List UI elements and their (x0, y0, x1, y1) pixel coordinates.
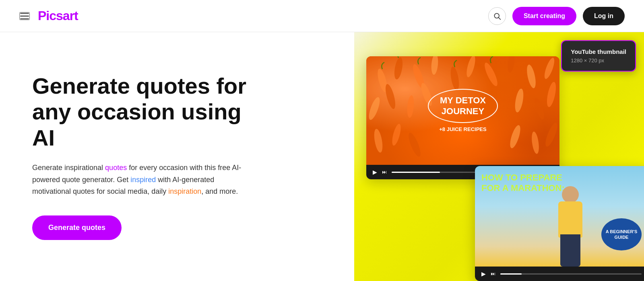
detox-title-line1: MY DETOX (440, 95, 486, 106)
start-creating-button[interactable]: Start creating (512, 7, 576, 25)
person-figure (548, 186, 592, 267)
skip-icon[interactable]: ⏭ (382, 169, 387, 175)
login-button[interactable]: Log in (583, 7, 625, 25)
svg-point-14 (407, 95, 415, 118)
person-head (562, 186, 579, 203)
svg-point-19 (373, 128, 384, 153)
marathon-line1: HOW TO PREPARE (481, 172, 562, 183)
main-content: Generate quotes for any occasion using A… (0, 32, 644, 281)
person-body (558, 201, 582, 238)
header-right: Start creating Log in (488, 7, 625, 25)
guide-bubble: A BEGINNER'S GUIDE (601, 218, 642, 250)
svg-point-24 (543, 121, 559, 148)
progress-fill-1 (392, 172, 440, 173)
person-legs (560, 234, 580, 267)
svg-point-23 (530, 131, 540, 154)
menu-button[interactable] (19, 12, 30, 20)
svg-point-6 (449, 66, 460, 91)
desc-highlight-quotes: quotes (105, 164, 127, 172)
desc-text-1: Generate inspirational (32, 164, 105, 172)
skip-icon-2[interactable]: ⏭ (491, 271, 495, 277)
video-card-marathon: HOW TO PREPARE FOR A MARATHON: A BEGINNE… (475, 166, 644, 281)
svg-point-18 (545, 81, 558, 108)
generate-quotes-button[interactable]: Generate quotes (32, 215, 122, 240)
progress-fill-2 (500, 273, 522, 275)
search-button[interactable] (488, 7, 506, 25)
svg-point-8 (482, 61, 500, 88)
search-icon (493, 12, 501, 20)
svg-point-20 (390, 123, 402, 146)
video-controls-2: ▶ ⏭ (475, 267, 644, 281)
svg-point-16 (514, 88, 525, 113)
marathon-thumbnail: HOW TO PREPARE FOR A MARATHON: A BEGINNE… (475, 166, 644, 267)
detox-text: MY DETOX JOURNEY +8 JUICE RECIPES (428, 89, 498, 132)
header: Picsart Start creating Log in (0, 0, 644, 32)
yt-card-title: YouTube thumbnail (571, 48, 626, 55)
svg-point-9 (506, 56, 516, 73)
logo: Picsart (38, 8, 78, 23)
play-icon-2[interactable]: ▶ (481, 271, 486, 277)
hero-left: Generate quotes for any occasion using A… (0, 32, 354, 281)
play-icon[interactable]: ▶ (373, 169, 377, 175)
svg-point-3 (393, 57, 404, 80)
svg-point-12 (367, 96, 382, 121)
hero-description: Generate inspirational quotes for every … (32, 162, 242, 198)
desc-text-4: , and more. (201, 187, 238, 195)
video-card-detox: MY DETOX JOURNEY +8 JUICE RECIPES ▶ ⏭ (366, 56, 559, 179)
svg-line-1 (499, 17, 501, 19)
desc-highlight-inspiration: inspiration (168, 187, 201, 195)
detox-subtitle: +8 JUICE RECIPES (428, 126, 498, 132)
svg-point-17 (533, 97, 546, 120)
svg-point-11 (543, 57, 556, 80)
detox-oval: MY DETOX JOURNEY (428, 89, 498, 123)
hero-right: YouTube thumbnail 1280 × 720 px (354, 32, 644, 281)
svg-point-21 (407, 131, 423, 158)
svg-point-22 (508, 124, 522, 150)
header-left: Picsart (19, 8, 78, 23)
detox-title-line2: JOURNEY (440, 106, 486, 117)
svg-point-10 (525, 64, 537, 89)
svg-point-5 (431, 56, 439, 75)
yt-thumbnail-card: YouTube thumbnail 1280 × 720 px (561, 40, 636, 72)
svg-point-7 (465, 56, 477, 78)
guide-bubble-text: A BEGINNER'S GUIDE (605, 229, 638, 240)
desc-highlight-inspired: inspired (130, 176, 156, 184)
progress-bar-2 (500, 273, 642, 275)
yt-card-size: 1280 × 720 px (571, 57, 626, 64)
hero-heading: Generate quotes for any occasion using A… (32, 73, 266, 151)
detox-thumbnail: MY DETOX JOURNEY +8 JUICE RECIPES (366, 56, 559, 165)
